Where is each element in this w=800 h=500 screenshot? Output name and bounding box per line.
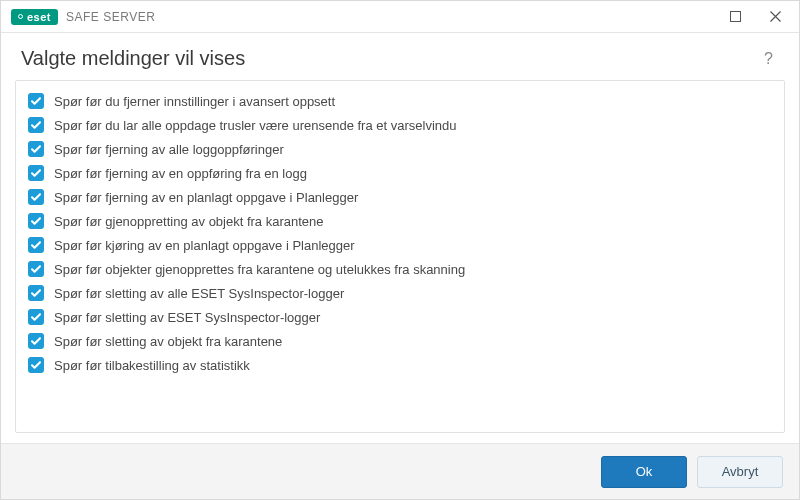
checkbox[interactable] [28, 213, 44, 229]
checkbox[interactable] [28, 189, 44, 205]
list-item-label: Spør før fjerning av alle loggoppføringe… [54, 142, 284, 157]
dialog-header: Valgte meldinger vil vises ? [1, 33, 799, 80]
check-icon [30, 95, 42, 107]
check-icon [30, 311, 42, 323]
checkbox[interactable] [28, 285, 44, 301]
close-button[interactable] [755, 1, 795, 33]
checkbox[interactable] [28, 141, 44, 157]
brand-text: eset [27, 11, 51, 23]
maximize-icon [730, 11, 741, 22]
list-item[interactable]: Spør før kjøring av en planlagt oppgave … [22, 233, 778, 257]
list-item[interactable]: Spør før fjerning av en oppføring fra en… [22, 161, 778, 185]
checkbox[interactable] [28, 237, 44, 253]
list-item[interactable]: Spør før fjerning av en planlagt oppgave… [22, 185, 778, 209]
svg-rect-0 [730, 12, 740, 22]
list-item[interactable]: Spør før du lar alle oppdage trusler vær… [22, 113, 778, 137]
check-icon [30, 287, 42, 299]
check-icon [30, 239, 42, 251]
check-icon [30, 191, 42, 203]
list-item-label: Spør før sletting av alle ESET SysInspec… [54, 286, 344, 301]
page-title: Valgte meldinger vil vises [21, 47, 758, 70]
list-item-label: Spør før objekter gjenopprettes fra kara… [54, 262, 465, 277]
dialog-footer: Ok Avbryt [1, 443, 799, 499]
list-item-label: Spør før du lar alle oppdage trusler vær… [54, 118, 456, 133]
list-item[interactable]: Spør før fjerning av alle loggoppføringe… [22, 137, 778, 161]
checkbox[interactable] [28, 357, 44, 373]
list-item-label: Spør før sletting av objekt fra karanten… [54, 334, 282, 349]
close-icon [770, 11, 781, 22]
list-item[interactable]: Spør før sletting av alle ESET SysInspec… [22, 281, 778, 305]
titlebar: eset SAFE SERVER [1, 1, 799, 33]
help-button[interactable]: ? [758, 48, 779, 70]
list-item[interactable]: Spør før objekter gjenopprettes fra kara… [22, 257, 778, 281]
list-item-label: Spør før fjerning av en oppføring fra en… [54, 166, 307, 181]
list-item[interactable]: Spør før du fjerner innstillinger i avan… [22, 89, 778, 113]
check-icon [30, 215, 42, 227]
check-icon [30, 167, 42, 179]
check-icon [30, 263, 42, 275]
brand-dot-icon [18, 14, 23, 19]
brand-badge: eset [11, 9, 58, 25]
list-item-label: Spør før gjenoppretting av objekt fra ka… [54, 214, 324, 229]
checkbox[interactable] [28, 333, 44, 349]
list-container: Spør før du fjerner innstillinger i avan… [15, 80, 785, 433]
list-item[interactable]: Spør før sletting av ESET SysInspector-l… [22, 305, 778, 329]
dialog-window: eset SAFE SERVER Valgte meldinger vil vi… [0, 0, 800, 500]
list-item[interactable]: Spør før tilbakestilling av statistikk [22, 353, 778, 377]
ok-button[interactable]: Ok [601, 456, 687, 488]
list-item[interactable]: Spør før gjenoppretting av objekt fra ka… [22, 209, 778, 233]
cancel-button[interactable]: Avbryt [697, 456, 783, 488]
list-item-label: Spør før kjøring av en planlagt oppgave … [54, 238, 355, 253]
maximize-button[interactable] [715, 1, 755, 33]
list-item-label: Spør før sletting av ESET SysInspector-l… [54, 310, 320, 325]
check-icon [30, 143, 42, 155]
list-item-label: Spør før fjerning av en planlagt oppgave… [54, 190, 358, 205]
product-name: SAFE SERVER [66, 10, 155, 24]
checkbox[interactable] [28, 93, 44, 109]
checkbox[interactable] [28, 261, 44, 277]
checkbox[interactable] [28, 165, 44, 181]
checkbox[interactable] [28, 309, 44, 325]
list-item-label: Spør før du fjerner innstillinger i avan… [54, 94, 335, 109]
check-icon [30, 335, 42, 347]
message-list[interactable]: Spør før du fjerner innstillinger i avan… [16, 81, 784, 432]
check-icon [30, 359, 42, 371]
list-item-label: Spør før tilbakestilling av statistikk [54, 358, 250, 373]
list-item[interactable]: Spør før sletting av objekt fra karanten… [22, 329, 778, 353]
check-icon [30, 119, 42, 131]
checkbox[interactable] [28, 117, 44, 133]
